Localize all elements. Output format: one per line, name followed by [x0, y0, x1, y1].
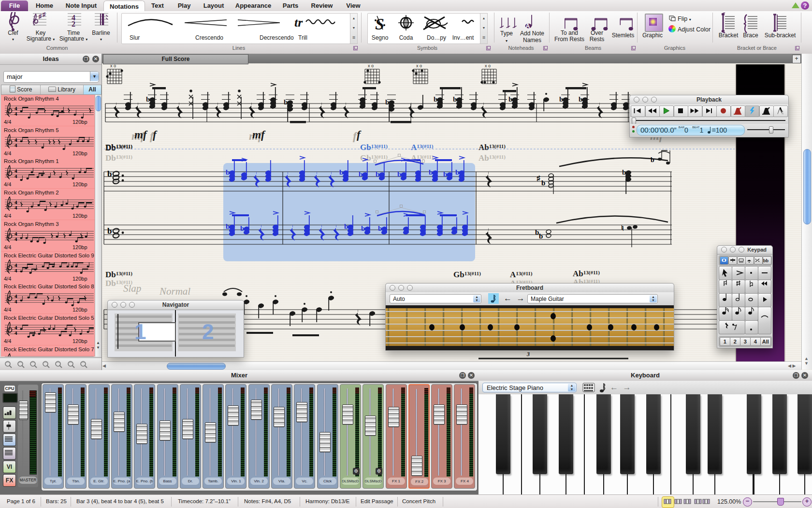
svg-text:b: b — [651, 156, 654, 164]
svg-text:♯: ♯ — [536, 174, 540, 182]
svg-text:b: b — [240, 224, 244, 232]
svg-text:b: b — [579, 95, 582, 103]
svg-text:b: b — [226, 168, 230, 176]
svg-text:x o: x o — [368, 63, 374, 68]
svg-text:b: b — [226, 223, 230, 230]
svg-text:x o: x o — [416, 63, 422, 68]
svg-text:S: S — [375, 15, 384, 33]
svg-text:mf: mf — [252, 129, 266, 141]
svg-text:b: b — [376, 170, 379, 178]
svg-text:Db13(#11): Db13(#11) — [105, 270, 132, 279]
svg-text:b: b — [344, 223, 348, 230]
svg-text:f: f — [153, 129, 158, 141]
svg-text:b: b — [146, 95, 150, 103]
svg-text:4: 4 — [14, 330, 17, 336]
svg-text:4: 4 — [14, 299, 17, 304]
svg-text:b: b — [508, 95, 512, 103]
svg-text:A13(#11): A13(#11) — [510, 270, 533, 279]
svg-text:b: b — [359, 170, 362, 178]
svg-text:x o: x o — [485, 63, 491, 68]
svg-text:4: 4 — [14, 142, 17, 148]
svg-text:3: 3 — [526, 351, 530, 358]
svg-text:4: 4 — [14, 356, 17, 357]
svg-text:Ab13(#11): Ab13(#11) — [478, 143, 506, 152]
svg-text:b: b — [622, 168, 626, 176]
svg-text:Normal: Normal — [159, 285, 190, 297]
svg-text:tr: tr — [294, 15, 303, 30]
svg-text:b: b — [361, 224, 365, 232]
svg-text:b: b — [339, 168, 343, 176]
svg-text:b: b — [385, 98, 389, 106]
svg-text:b: b — [455, 168, 459, 176]
svg-text:Ab13(#11): Ab13(#11) — [573, 269, 600, 278]
svg-text:A: A — [526, 23, 530, 30]
svg-text:b: b — [443, 170, 447, 178]
svg-text:b: b — [107, 169, 112, 179]
svg-text:Gb13(#11): Gb13(#11) — [453, 270, 481, 279]
svg-text:4: 4 — [14, 268, 17, 273]
svg-text:b: b — [559, 95, 563, 103]
svg-text:b: b — [378, 224, 382, 232]
svg-text:4: 4 — [14, 236, 17, 242]
svg-text:2: 2 — [72, 20, 75, 28]
svg-text:b: b — [107, 226, 112, 236]
svg-text:b: b — [429, 168, 433, 176]
svg-text:b: b — [541, 179, 545, 187]
svg-text:f: f — [357, 129, 362, 141]
svg-text:♯: ♯ — [38, 13, 42, 20]
svg-text:x o: x o — [110, 63, 116, 68]
svg-text:Gb13(#11): Gb13(#11) — [360, 143, 388, 152]
svg-text:Db13(#11): Db13(#11) — [105, 153, 132, 163]
svg-text:4: 4 — [14, 205, 17, 210]
svg-text:b: b — [539, 232, 543, 240]
svg-text:♮: ♮ — [621, 224, 624, 232]
svg-text:Db13(#11): Db13(#11) — [105, 143, 132, 152]
svg-text:b: b — [453, 95, 457, 103]
svg-text:b: b — [397, 170, 401, 178]
svg-text:A13(#11): A13(#11) — [411, 143, 434, 152]
svg-text:Ab13(#11): Ab13(#11) — [478, 153, 506, 163]
svg-text:♯: ♯ — [42, 12, 46, 18]
svg-text:bb: bb — [763, 258, 769, 263]
svg-text:4: 4 — [14, 111, 17, 117]
svg-text:b: b — [284, 98, 288, 106]
svg-text:Slap: Slap — [123, 283, 141, 294]
svg-text:b: b — [434, 95, 437, 103]
svg-text:4: 4 — [14, 173, 17, 179]
svg-text:mf: mf — [134, 129, 148, 141]
